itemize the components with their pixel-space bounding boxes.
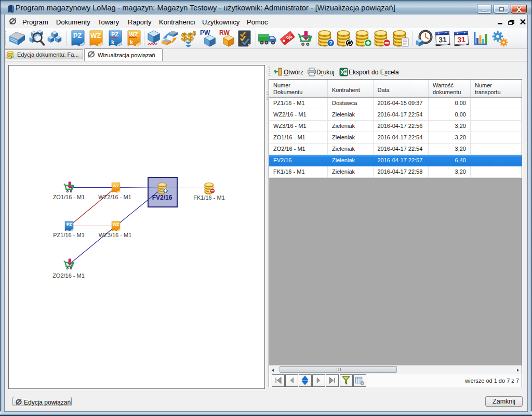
svg-text:$: $ [193,30,196,36]
svg-text:WZ: WZ [113,222,119,227]
svg-text:WZ: WZ [129,31,138,37]
svg-text:PZ: PZ [66,222,72,227]
svg-text:ZO2/16 - M1: ZO2/16 - M1 [52,272,85,279]
svg-text:FK1/16 - M1: FK1/16 - M1 [193,194,225,201]
svg-text:PZ: PZ [73,32,82,40]
svg-text:?: ? [329,40,332,46]
svg-text:PW: PW [200,30,210,36]
svg-text:X: X [340,69,344,75]
svg-text:PZ: PZ [111,31,118,37]
svg-text:31: 31 [457,35,466,44]
svg-text:ZO1/16 - M1: ZO1/16 - M1 [53,194,85,200]
svg-text:WZ2/16 - M1: WZ2/16 - M1 [98,194,131,200]
svg-text:WZ: WZ [90,32,101,40]
svg-text:PZ1/16 - M1: PZ1/16 - M1 [53,232,85,238]
svg-text:$$: $$ [181,31,194,43]
svg-text:k: k [130,39,134,45]
svg-text:FV2/16: FV2/16 [152,194,172,201]
svg-text:WZ3/16 - M1: WZ3/16 - M1 [99,232,132,238]
svg-text:k: k [111,39,115,45]
svg-text:31: 31 [438,35,447,44]
svg-text:WZ: WZ [113,184,119,188]
